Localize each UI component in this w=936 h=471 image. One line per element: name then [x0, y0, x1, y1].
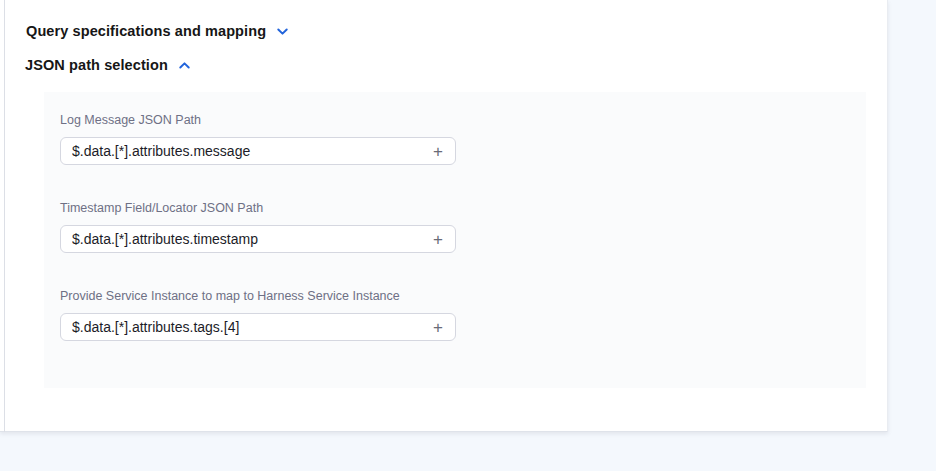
json-path-selection-panel: Log Message JSON Path + Timestamp Field/… [44, 92, 866, 388]
accordion-query-specifications[interactable]: Query specifications and mapping [26, 23, 887, 39]
log-message-add-button[interactable]: + [431, 143, 445, 160]
timestamp-json-path-label: Timestamp Field/Locator JSON Path [60, 200, 850, 216]
timestamp-json-path-input-group: + [60, 225, 456, 253]
field-timestamp-json-path: Timestamp Field/Locator JSON Path + [60, 200, 850, 253]
content-card: Query specifications and mapping JSON pa… [0, 0, 888, 432]
service-instance-json-path-input[interactable] [72, 319, 431, 335]
timestamp-json-path-input[interactable] [72, 231, 431, 247]
service-instance-json-path-label: Provide Service Instance to map to Harne… [60, 288, 850, 304]
accordion-json-path-selection[interactable]: JSON path selection [25, 57, 887, 73]
field-log-message-json-path: Log Message JSON Path + [60, 112, 850, 165]
timestamp-add-button[interactable]: + [431, 231, 445, 248]
chevron-down-icon[interactable] [275, 24, 290, 39]
service-instance-add-button[interactable]: + [431, 319, 445, 336]
page: Query specifications and mapping JSON pa… [0, 0, 936, 471]
field-service-instance-json-path: Provide Service Instance to map to Harne… [60, 288, 850, 341]
log-message-json-path-input-group: + [60, 137, 456, 165]
service-instance-json-path-input-group: + [60, 313, 456, 341]
accordion-query-specifications-label: Query specifications and mapping [26, 23, 266, 39]
accordion-json-path-selection-label: JSON path selection [25, 57, 168, 73]
vertical-divider [4, 0, 5, 432]
chevron-up-icon[interactable] [177, 58, 192, 73]
log-message-json-path-input[interactable] [72, 143, 431, 159]
log-message-json-path-label: Log Message JSON Path [60, 112, 850, 128]
